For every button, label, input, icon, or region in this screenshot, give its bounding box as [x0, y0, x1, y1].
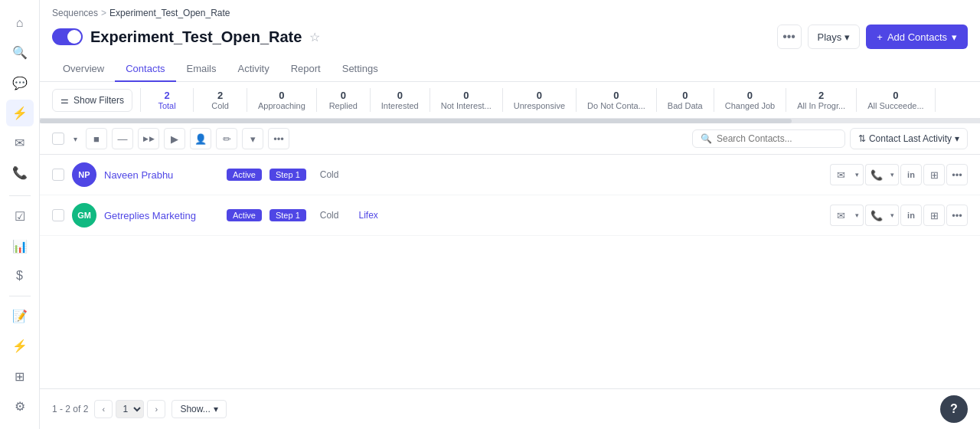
email-action-button[interactable]: ✉ [830, 164, 851, 185]
sidebar-icon-grid[interactable]: ⊞ [6, 363, 34, 390]
filter-not-interested-label: Not Interest... [441, 101, 492, 110]
sidebar-icon-search[interactable]: 🔍 [6, 39, 34, 66]
call-action-dropdown-gm[interactable]: ▾ [887, 205, 899, 226]
active-toggle[interactable] [52, 28, 83, 45]
filter-approaching-num: 0 [279, 90, 284, 101]
tab-settings[interactable]: Settings [332, 57, 389, 82]
filter-do-not-contact[interactable]: 0 Do Not Conta... [577, 88, 657, 112]
more-action-button-gm[interactable]: ••• [946, 205, 968, 226]
sort-chevron-icon: ▾ [955, 133, 959, 144]
filter-icon: ⚌ [60, 95, 69, 106]
sidebar-icon-lightning[interactable]: ⚡ [6, 332, 34, 359]
filter-total[interactable]: 2 Total [140, 88, 194, 112]
sidebar-icon-notes[interactable]: 📝 [6, 303, 34, 329]
next-page-button[interactable]: › [147, 400, 165, 418]
pause-button[interactable]: — [112, 128, 133, 149]
filter-interested[interactable]: 0 Interested [371, 88, 430, 112]
sidebar-icon-mail[interactable]: ✉ [6, 129, 34, 156]
filter-replied[interactable]: 0 Replied [317, 88, 371, 112]
sidebar-icon-phone[interactable]: 📞 [6, 159, 34, 186]
row-checkbox-gm[interactable] [52, 209, 64, 221]
edit-button[interactable]: ✏ [216, 128, 237, 149]
email-action-button-gm[interactable]: ✉ [830, 205, 851, 226]
sidebar-icon-dollar[interactable]: $ [6, 263, 34, 290]
filter-unresponsive-label: Unresponsive [514, 101, 565, 110]
call-action-dropdown[interactable]: ▾ [887, 164, 899, 185]
tab-report[interactable]: Report [280, 57, 332, 82]
row-checkbox-np[interactable] [52, 169, 64, 181]
stop-button[interactable]: ■ [86, 128, 107, 149]
help-button[interactable]: ? [940, 395, 968, 423]
show-button[interactable]: Show... ▾ [172, 400, 226, 418]
filter-unresponsive-num: 0 [537, 90, 542, 101]
filter-all-in-progress-num: 2 [818, 90, 824, 101]
search-box: 🔍 [692, 129, 845, 148]
details-action-button[interactable]: ⊞ [923, 164, 945, 185]
filter-changed-job[interactable]: 0 Changed Job [714, 88, 786, 112]
resume-button[interactable]: ▶▶ [138, 128, 159, 149]
tab-overview[interactable]: Overview [52, 57, 115, 82]
filter-cold[interactable]: 2 Cold [194, 88, 247, 112]
select-dropdown-arrow[interactable]: ▾ [69, 133, 81, 145]
add-contacts-plus-icon: + [877, 31, 883, 43]
details-action-button-gm[interactable]: ⊞ [923, 205, 945, 226]
avatar-gm: GM [72, 203, 96, 228]
show-filters-label: Show Filters [74, 95, 124, 106]
filter-do-not-contact-num: 0 [613, 90, 619, 101]
sidebar-icon-reports[interactable]: 📊 [6, 233, 34, 260]
topbar: Sequences > Experiment_Test_Open_Rate Ex… [40, 0, 980, 82]
more-options-button[interactable]: ••• [777, 25, 802, 49]
filter-approaching[interactable]: 0 Approaching [247, 88, 317, 112]
star-icon[interactable]: ☆ [309, 30, 320, 44]
call-action-button[interactable]: 📞 [865, 164, 887, 185]
plays-button[interactable]: Plays ▾ [808, 25, 861, 49]
filter-unresponsive[interactable]: 0 Unresponsive [503, 88, 577, 112]
select-all-checkbox[interactable] [52, 133, 64, 145]
plays-chevron-icon: ▾ [844, 31, 850, 43]
company-badge-gm[interactable]: Lifex [352, 208, 384, 222]
search-icon: 🔍 [701, 133, 712, 144]
tab-emails[interactable]: Emails [176, 57, 227, 82]
call-action-button-gm[interactable]: 📞 [865, 205, 887, 226]
assign-button[interactable]: 👤 [190, 128, 211, 149]
sidebar-icon-home[interactable]: ⌂ [6, 9, 34, 36]
tab-activity[interactable]: Activity [227, 57, 280, 82]
filter-all-succeeded[interactable]: 0 All Succeede... [857, 88, 935, 112]
email-action-dropdown[interactable]: ▾ [851, 164, 864, 185]
page-select[interactable]: 1 [116, 400, 144, 418]
dropdown-button[interactable]: ▾ [242, 128, 263, 149]
filter-all-in-progress[interactable]: 2 All In Progr... [786, 88, 857, 112]
avatar-np: NP [72, 162, 96, 187]
filter-not-interested[interactable]: 0 Not Interest... [430, 88, 503, 112]
more-action-button[interactable]: ••• [946, 164, 968, 185]
filter-bad-data[interactable]: 0 Bad Data [657, 88, 714, 112]
more-actions-button[interactable]: ••• [268, 128, 289, 149]
email-action-group: ✉ ▾ [830, 164, 864, 185]
scrollbar-thumb [40, 119, 792, 123]
tab-contacts[interactable]: Contacts [115, 57, 175, 82]
contact-name-np[interactable]: Naveen Prabhu [104, 169, 219, 181]
linkedin-action-button-gm[interactable]: in [900, 205, 922, 226]
sidebar-icon-tasks[interactable]: ☑ [6, 202, 34, 229]
skip-button[interactable]: ▶ [164, 128, 185, 149]
linkedin-action-button[interactable]: in [900, 164, 922, 185]
sidebar-icon-chat[interactable]: 💬 [6, 69, 34, 96]
filter-cold-label: Cold [211, 101, 229, 110]
filter-all-succeeded-label: All Succeede... [867, 101, 923, 110]
filter-all-succeeded-num: 0 [893, 90, 898, 101]
contact-name-gm[interactable]: Getreplies Marketing [104, 210, 219, 221]
toolbar: ▾ ■ — ▶▶ ▶ 👤 ✏ ▾ ••• 🔍 ⇅ Contact Last Ac… [40, 123, 980, 155]
search-input[interactable] [717, 133, 837, 144]
row-actions-np: ✉ ▾ 📞 ▾ in ⊞ ••• [830, 164, 968, 185]
filter-interested-num: 0 [397, 90, 403, 101]
sort-button[interactable]: ⇅ Contact Last Activity ▾ [850, 128, 968, 149]
step-badge-np: Step 1 [270, 169, 306, 181]
prev-page-button[interactable]: ‹ [94, 400, 113, 418]
show-filters-button[interactable]: ⚌ Show Filters [52, 89, 132, 112]
add-contacts-button[interactable]: + Add Contacts ▾ [866, 25, 968, 49]
email-action-dropdown-gm[interactable]: ▾ [851, 205, 864, 226]
horizontal-scrollbar[interactable] [40, 119, 980, 123]
sidebar-icon-settings[interactable]: ⚙ [6, 393, 34, 420]
breadcrumb-parent[interactable]: Sequences [52, 8, 98, 18]
sidebar-icon-sequences[interactable]: ⚡ [6, 100, 34, 126]
